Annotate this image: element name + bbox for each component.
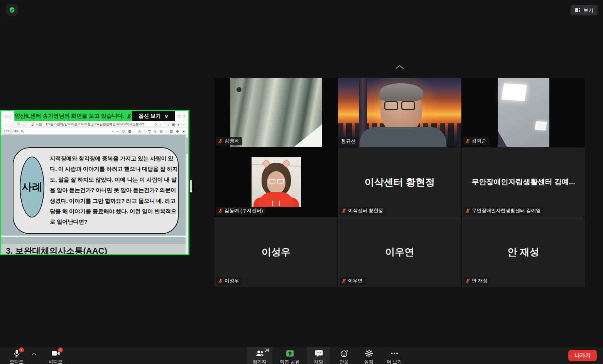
participant-video: [252, 157, 301, 207]
shared-screen-panel[interactable]: ▢ | 양산IL센터 송가영님의 화면을 보고 있습니다. 옵션 보기 ∨ □ …: [0, 110, 189, 255]
participant-nametag: 김영록: [216, 137, 242, 145]
participant-name: 안 재성: [472, 278, 488, 284]
file-scheme-label: 파일: [35, 122, 42, 127]
muted-mic-icon: [465, 208, 470, 213]
participant-nametag: 김희순: [463, 137, 489, 145]
participant-tile-lee-seongu[interactable]: 이성우 이성우: [215, 217, 338, 287]
participant-nametag: 한규선: [339, 137, 358, 146]
more-dots-icon: [390, 349, 399, 358]
share-screen-label: 화면 공유: [280, 359, 299, 364]
participant-display-name: 안 재성: [462, 217, 585, 287]
chat-label: 채팅: [314, 359, 323, 364]
participant-name: 무안장애인자립생활센터 김예영: [472, 207, 541, 214]
audio-alert-badge: !: [19, 347, 24, 352]
browser-window-controls: □ ×: [175, 111, 188, 121]
draw-icon: ▽: [148, 129, 150, 133]
slide-case-box: 사례 지적장애와 청각장애 중복을 가지고 있는 사람이 있 다. 이 사람과 …: [13, 147, 179, 234]
participant-video: [338, 78, 461, 147]
audio-label: 오디오: [10, 359, 24, 364]
pdf-tool-icons: − + ↻ ⊞ | A | ▽ ∨ ⊘ | ⊡ ⊕ ➤: [111, 129, 185, 133]
screen-share-banner-text: 양산IL센터 송가영님의 화면을 보고 있습니다.: [15, 113, 124, 120]
screen-share-banner: 양산IL센터 송가영님의 화면을 보고 있습니다.: [14, 111, 132, 121]
settings-button[interactable]: 설정: [358, 347, 380, 364]
participant-tile-isak-center[interactable]: 이삭센터 황현정 이삭센터 황현정: [338, 147, 461, 217]
participants-button[interactable]: 34 참가자: [247, 347, 272, 364]
chat-button[interactable]: 채팅: [307, 347, 330, 364]
pdf-scrollbar-thumb[interactable]: [186, 138, 188, 154]
control-bar: ! 오디오 ! 비디오 34 참가자 화면 공유: [0, 347, 603, 364]
collections-icon: ▣: [172, 122, 175, 126]
case-line: 답을 해 이야기를 종료해야 했다. 이런 일이 반복적으: [50, 206, 174, 217]
pin-icon: ➤: [182, 129, 185, 133]
participant-tile-kim-yeongrok[interactable]: 김영록: [215, 78, 338, 147]
participant-tile-kim-dongye[interactable]: 김동예 (수지센터): [215, 147, 338, 217]
participant-tile-kim-huisun[interactable]: 김희순: [462, 78, 585, 147]
close-icon: ×: [183, 114, 186, 118]
info-icon: ⓘ: [30, 122, 34, 127]
participant-name: 김동예 (수지센터): [225, 207, 263, 214]
muted-mic-icon: [218, 138, 223, 143]
audio-options-chevron[interactable]: [31, 347, 40, 364]
favorite-star-icon: ☆: [159, 123, 162, 126]
video-alert-badge: !: [58, 347, 63, 352]
pdf-search-icon: [21, 130, 24, 133]
slide-band: [1, 237, 186, 244]
participant-nametag: 김동예 (수지센터): [216, 207, 265, 215]
maximize-icon: □: [178, 114, 180, 118]
back-icon: ←: [4, 122, 8, 126]
browser-toolbar: ← → ↻ ⌂ ⓘ 파일 | D:/송가영/일일%20강의%20창고3/★일일장…: [1, 121, 188, 128]
participant-tile-lee-uyeon[interactable]: 이우연 이우연: [338, 217, 461, 287]
collapse-video-strip-button[interactable]: [394, 64, 405, 70]
home-icon: ⌂: [23, 122, 25, 126]
participant-nametag: 이우연: [340, 277, 365, 285]
browser-tab-icons: ▢ |: [1, 111, 14, 121]
rotate-icon: ↻: [122, 129, 125, 133]
draw-caret-icon: ∨: [154, 129, 157, 133]
view-button[interactable]: 보기: [571, 5, 598, 15]
share-screen-button[interactable]: 화면 공유: [275, 347, 305, 364]
participant-display-name: 이삭센터 황현정: [338, 147, 461, 217]
gallery-view-icon: [575, 8, 581, 13]
case-paragraph: 지적장애와 청각장애 중복을 가지고 있는 사람이 있 다. 이 사람과 이야기…: [50, 153, 174, 228]
pdf-page-total: / 43: [12, 129, 18, 133]
case-line: 도, 말을 잘 하지도 않았다. 이에 나는 이 사람이 내 말: [50, 175, 174, 185]
gear-icon: [365, 349, 373, 358]
participants-icon: [255, 349, 264, 358]
read-aloud-icon: A: [139, 129, 141, 133]
participant-tile-an-jaeseong[interactable]: 안 재성 안 재성: [462, 217, 585, 287]
audio-button[interactable]: ! 오디오: [6, 347, 27, 364]
participant-name: 이삭센터 황현정: [348, 207, 383, 214]
share-window-scrollbar-thumb[interactable]: [190, 180, 192, 192]
reactions-button[interactable]: 반응: [333, 347, 356, 364]
security-shield-button[interactable]: [6, 4, 18, 16]
share-options-button[interactable]: 옵션 보기 ∨: [132, 111, 175, 121]
pdf-page-content: 사례 지적장애와 청각장애 중복을 가지고 있는 사람이 있 다. 이 사람과 …: [1, 135, 188, 254]
download-icon: ↓: [167, 122, 169, 126]
video-button[interactable]: ! 비디오: [45, 347, 66, 364]
chevron-down-icon: ∨: [164, 113, 169, 119]
pdf-scrollbar[interactable]: [186, 135, 188, 254]
pdf-page-number: 29: [4, 129, 11, 133]
chat-icon: [314, 349, 323, 358]
participant-video: [230, 78, 322, 147]
participant-tile-han-gyuseon-active-speaker[interactable]: 한규선: [338, 78, 461, 147]
leave-meeting-button[interactable]: 나가기: [568, 350, 597, 361]
browser-more-icon: ⋯: [182, 122, 186, 126]
muted-mic-icon: [127, 114, 132, 119]
address-divider: |: [44, 123, 44, 126]
participants-count: 34: [264, 348, 269, 352]
case-line: 다. 이 사람과 이야기를 하려고 했으나 대답을 잘 하지: [50, 164, 174, 174]
muted-mic-icon: [218, 278, 223, 283]
zoom-out-icon: −: [111, 129, 114, 133]
print-icon: ⊡: [170, 129, 173, 133]
participant-tile-muan-center[interactable]: 무안장애인자립생활센터 김예... 무안장애인자립생활센터 김예영: [462, 147, 585, 217]
participants-label: 참가자: [253, 359, 267, 364]
fit-page-icon: ⊞: [128, 129, 131, 133]
case-line: 지적장애와 청각장애 중복을 가지고 있는 사람이 있: [50, 153, 174, 164]
participant-display-name: 이우연: [338, 217, 461, 287]
more-button[interactable]: 더 보기: [382, 347, 407, 364]
pdf-toolbar: 29 / 43 − + ↻ ⊞ | A | ▽ ∨ ⊘ | ⊡ ⊕ ➤: [1, 128, 188, 135]
settings-label: 설정: [364, 359, 373, 364]
participant-nametag: 안 재성: [463, 277, 490, 285]
tool-divider: |: [144, 129, 145, 133]
